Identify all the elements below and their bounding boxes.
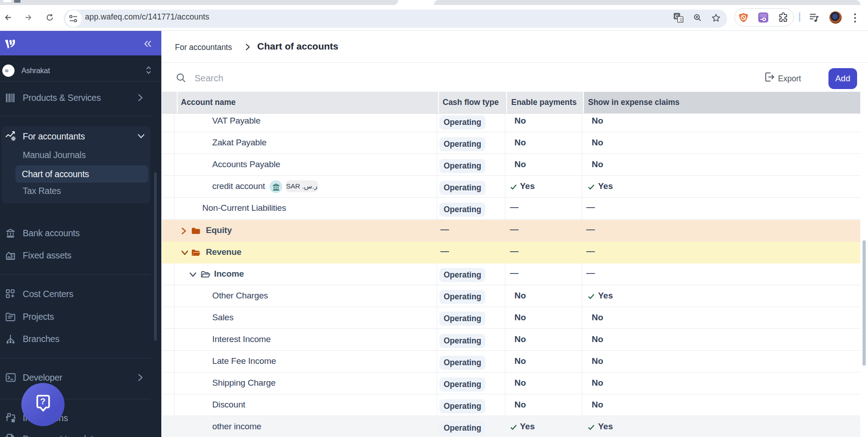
svg-text:文: 文 bbox=[679, 17, 683, 22]
svg-text:?: ? bbox=[40, 397, 45, 406]
